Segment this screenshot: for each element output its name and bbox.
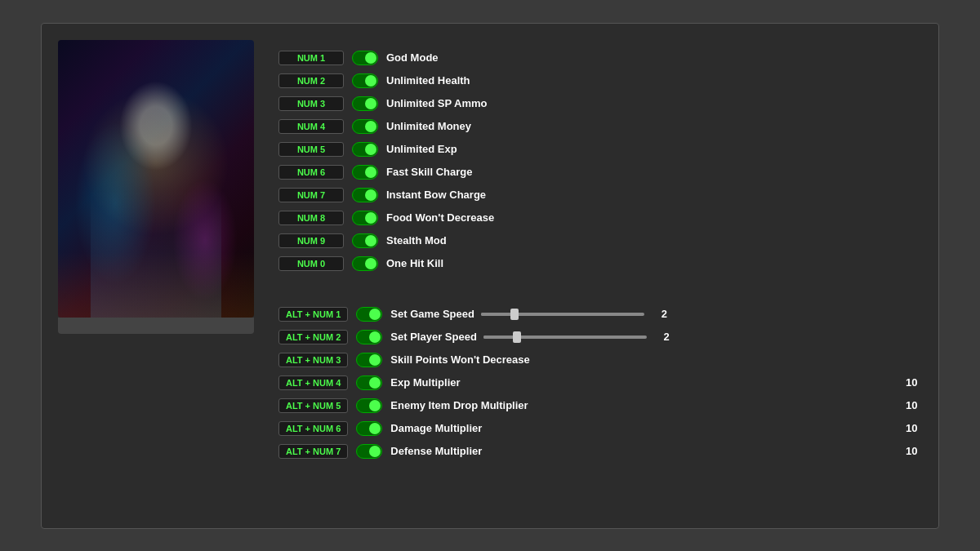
toggle-switch[interactable] — [352, 142, 378, 157]
toggle-switch[interactable] — [352, 188, 378, 202]
alt-cheat-row: ALT + NUM 3Skill Points Won't Decrease — [278, 350, 922, 370]
toggle-switch[interactable] — [352, 73, 378, 88]
key-button[interactable]: NUM 7 — [278, 188, 344, 202]
cheat-row: NUM 9Stealth Mod — [278, 231, 922, 251]
key-button[interactable]: NUM 1 — [278, 51, 344, 65]
alt-cheat-row: ALT + NUM 1Set Game Speed2 — [278, 304, 922, 324]
cheat-row: NUM 3Unlimited SP Ammo — [278, 94, 922, 113]
alt-key-button[interactable]: ALT + NUM 1 — [278, 307, 348, 322]
key-button[interactable]: NUM 8 — [278, 211, 344, 225]
slider-fill — [483, 335, 516, 339]
cheat-label: God Mode — [386, 51, 922, 64]
slider-container: Set Game Speed2 — [390, 308, 922, 320]
alt-toggle-switch[interactable] — [356, 398, 382, 413]
multiplier-label: Exp Multiplier — [390, 376, 891, 389]
slider-fill — [481, 313, 514, 316]
alt-toggle-dot — [369, 377, 381, 389]
alt-key-button[interactable]: ALT + NUM 3 — [278, 353, 348, 367]
alt-key-button[interactable]: ALT + NUM 6 — [278, 421, 348, 436]
slider-label: Set Player Speed — [390, 331, 477, 343]
alt-cheat-label: Skill Points Won't Decrease — [390, 353, 922, 366]
toggle-dot — [365, 235, 376, 247]
alt-toggle-dot — [369, 354, 381, 366]
key-button[interactable]: NUM 2 — [278, 73, 344, 88]
left-panel — [58, 40, 254, 512]
alt-toggle-switch[interactable] — [356, 353, 382, 367]
cheat-label: One Hit Kill — [386, 257, 922, 269]
toggle-dot — [365, 75, 376, 87]
slider-container: Set Player Speed2 — [390, 331, 922, 343]
toggle-dot — [365, 212, 376, 224]
cheat-row: NUM 2Unlimited Health — [278, 71, 922, 91]
toggle-dot — [365, 144, 376, 155]
toggle-switch[interactable] — [352, 96, 378, 111]
toggle-dot — [365, 52, 376, 64]
multiplier-value: 10 — [906, 399, 922, 411]
key-button[interactable]: NUM 4 — [278, 119, 344, 134]
alt-toggle-dot — [369, 400, 381, 411]
alt-cheat-row: ALT + NUM 6Damage Multiplier10 — [278, 419, 922, 438]
toggle-dot — [365, 98, 376, 109]
alt-toggle-switch[interactable] — [356, 444, 382, 459]
right-panel: NUM 1God ModeNUM 2Unlimited HealthNUM 3U… — [278, 40, 922, 512]
slider-track[interactable] — [481, 313, 644, 316]
toggle-dot — [365, 258, 376, 269]
cheat-label: Unlimited Money — [386, 120, 922, 132]
alt-cheats-section: ALT + NUM 1Set Game Speed2ALT + NUM 2Set… — [278, 304, 922, 461]
toggle-switch[interactable] — [352, 256, 378, 271]
toggle-switch[interactable] — [352, 211, 378, 225]
alt-toggle-dot — [369, 309, 381, 320]
alt-cheat-row: ALT + NUM 2Set Player Speed2 — [278, 327, 922, 347]
slider-track[interactable] — [483, 335, 647, 339]
cheat-label: Stealth Mod — [386, 234, 922, 247]
alt-toggle-switch[interactable] — [356, 307, 382, 322]
alt-key-button[interactable]: ALT + NUM 5 — [278, 398, 348, 413]
cheat-row: NUM 1God Mode — [278, 48, 922, 68]
key-button[interactable]: NUM 5 — [278, 142, 344, 157]
alt-toggle-dot — [369, 423, 381, 434]
key-button[interactable]: NUM 9 — [278, 233, 344, 248]
multiplier-value: 10 — [906, 422, 922, 434]
cheat-label: Food Won't Decrease — [386, 211, 922, 224]
alt-toggle-switch[interactable] — [356, 421, 382, 436]
cheat-label: Unlimited Exp — [386, 143, 922, 155]
app-window: NUM 1God ModeNUM 2Unlimited HealthNUM 3U… — [41, 23, 939, 529]
alt-toggle-dot — [369, 331, 381, 343]
multiplier-value: 10 — [906, 445, 922, 457]
game-cover — [58, 40, 254, 318]
alt-key-button[interactable]: ALT + NUM 7 — [278, 444, 348, 459]
section-divider — [278, 282, 922, 296]
cheat-row: NUM 5Unlimited Exp — [278, 140, 922, 159]
cheat-row: NUM 6Fast Skill Charge — [278, 162, 922, 182]
alt-key-button[interactable]: ALT + NUM 2 — [278, 330, 348, 344]
alt-key-button[interactable]: ALT + NUM 4 — [278, 375, 348, 390]
toggle-switch[interactable] — [352, 51, 378, 65]
alt-toggle-switch[interactable] — [356, 375, 382, 390]
toggle-dot — [365, 189, 376, 201]
key-button[interactable]: NUM 3 — [278, 96, 344, 111]
cover-figure — [91, 105, 221, 318]
multiplier-value: 10 — [906, 376, 922, 389]
toggle-switch[interactable] — [352, 233, 378, 248]
slider-thumb[interactable] — [510, 309, 519, 320]
toggle-dot — [365, 121, 376, 132]
toggle-switch[interactable] — [352, 119, 378, 134]
slider-thumb[interactable] — [513, 331, 521, 343]
key-button[interactable]: NUM 0 — [278, 256, 344, 271]
trainer-label — [58, 318, 254, 334]
key-button[interactable]: NUM 6 — [278, 165, 344, 180]
toggle-switch[interactable] — [352, 165, 378, 180]
num-cheats-section: NUM 1God ModeNUM 2Unlimited HealthNUM 3U… — [278, 48, 922, 273]
cheat-row: NUM 4Unlimited Money — [278, 117, 922, 136]
alt-cheat-row: ALT + NUM 4Exp Multiplier10 — [278, 373, 922, 393]
cheat-label: Unlimited SP Ammo — [386, 97, 922, 109]
cheat-label: Unlimited Health — [386, 74, 922, 87]
cheat-row: NUM 8Food Won't Decrease — [278, 208, 922, 228]
multiplier-label: Defense Multiplier — [390, 445, 891, 457]
slider-value: 2 — [651, 308, 667, 320]
alt-cheat-row: ALT + NUM 5Enemy Item Drop Multiplier10 — [278, 396, 922, 415]
alt-toggle-switch[interactable] — [356, 330, 382, 344]
slider-value: 2 — [653, 331, 670, 343]
cheat-row: NUM 7Instant Bow Charge — [278, 185, 922, 205]
multiplier-label: Damage Multiplier — [390, 422, 891, 434]
